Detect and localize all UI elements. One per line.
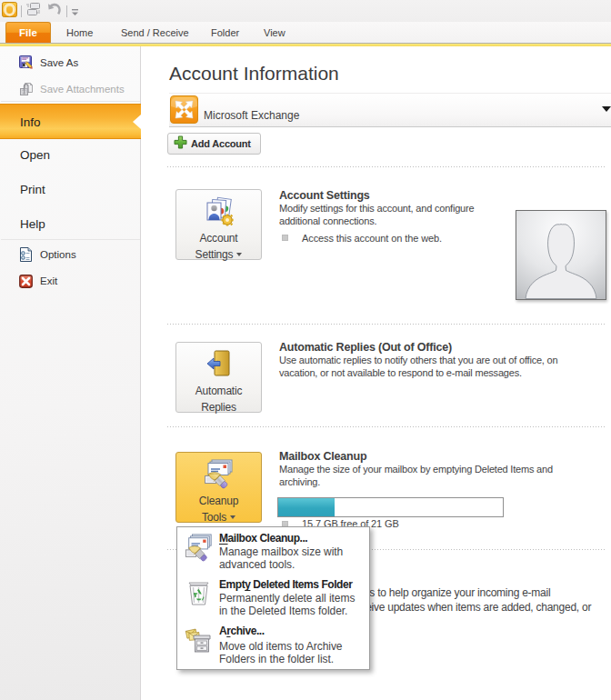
save-attachments-icon bbox=[19, 82, 34, 96]
section-separator bbox=[167, 166, 606, 167]
add-account-button[interactable]: Add Account bbox=[167, 133, 261, 155]
button-label: Account Settings bbox=[195, 232, 238, 261]
sidebar-item-label: Open bbox=[20, 148, 50, 162]
qat-separator bbox=[21, 5, 22, 17]
qat-separator-2 bbox=[66, 5, 67, 17]
exit-icon bbox=[19, 275, 33, 288]
cleanup-tools-button[interactable]: Cleanup Tools bbox=[175, 452, 262, 523]
automatic-replies-heading: Automatic Replies (Out of Office) bbox=[279, 341, 452, 354]
menu-item-mailbox-cleanup[interactable]: Mailbox Cleanup... Manage mailbox size w… bbox=[177, 532, 369, 578]
sidebar-item-open[interactable]: Open bbox=[0, 145, 141, 164]
chevron-down-icon[interactable] bbox=[602, 106, 611, 112]
dropdown-arrow-icon bbox=[230, 515, 235, 519]
sidebar-item-options[interactable]: Options bbox=[0, 245, 141, 265]
access-web-label: Access this account on the web. bbox=[302, 233, 442, 244]
account-selector-value: Microsoft Exchange bbox=[204, 109, 299, 122]
menu-item-title: Mailbox Cleanup... bbox=[219, 532, 366, 545]
tab-view[interactable]: View bbox=[264, 22, 285, 44]
sidebar-item-label: Exit bbox=[40, 275, 57, 286]
mailbox-quota-bar bbox=[277, 497, 504, 517]
sidebar-item-label: Info bbox=[20, 115, 41, 128]
title-bar bbox=[0, 0, 611, 22]
sidebar-item-label: Options bbox=[40, 249, 76, 260]
menu-item-empty-deleted-items[interactable]: Empty Deleted Items Folder Permanently d… bbox=[177, 578, 369, 625]
dropdown-arrow-icon bbox=[236, 253, 242, 256]
active-item-notch bbox=[133, 115, 141, 129]
save-as-icon bbox=[19, 55, 34, 70]
sidebar-separator bbox=[1, 101, 140, 102]
bullet-icon bbox=[282, 235, 288, 241]
menu-item-desc: Manage mailbox size with advanced tools. bbox=[219, 546, 366, 571]
backstage-sidebar: Save As Save Attachments Inf bbox=[0, 46, 141, 700]
button-label: Automatic Replies bbox=[195, 385, 243, 414]
mailbox-quota-fill bbox=[278, 498, 335, 516]
button-label: Cleanup Tools bbox=[199, 495, 238, 524]
tab-file[interactable]: File bbox=[5, 22, 51, 44]
sidebar-item-save-attachments: Save Attachments bbox=[0, 79, 141, 99]
mailbox-cleanup-heading: Mailbox Cleanup bbox=[279, 450, 366, 463]
options-icon bbox=[19, 247, 33, 262]
empty-deleted-items-icon bbox=[185, 579, 213, 611]
section-separator-3 bbox=[167, 426, 606, 427]
menu-item-title: Archive... bbox=[219, 625, 366, 638]
automatic-replies-desc: Use automatic replies to notify others t… bbox=[279, 354, 557, 379]
mailbox-cleanup-desc: Manage the size of your mailbox by empty… bbox=[279, 463, 553, 488]
outlook-backstage-window: File Home Send / Receive Folder View bbox=[0, 0, 611, 700]
undo-icon[interactable] bbox=[46, 3, 61, 19]
sidebar-item-label: Save Attachments bbox=[40, 84, 125, 95]
account-settings-heading: Account Settings bbox=[279, 189, 370, 202]
sidebar-separator-2 bbox=[1, 239, 140, 240]
tab-send-receive[interactable]: Send / Receive bbox=[121, 22, 189, 44]
tab-home[interactable]: Home bbox=[66, 22, 93, 44]
exchange-icon bbox=[170, 95, 198, 127]
add-plus-icon bbox=[174, 135, 187, 153]
automatic-replies-button[interactable]: Automatic Replies bbox=[175, 342, 262, 413]
outlook-logo-icon bbox=[2, 2, 17, 21]
sidebar-item-help[interactable]: Help bbox=[0, 215, 141, 233]
menu-item-desc: Permanently delete all items in the Dele… bbox=[219, 593, 366, 617]
account-settings-icon bbox=[204, 196, 235, 227]
send-receive-icon[interactable] bbox=[25, 2, 41, 20]
sidebar-item-info[interactable]: Info bbox=[0, 104, 141, 139]
sidebar-item-label: Help bbox=[20, 217, 45, 231]
sidebar-item-label: Save As bbox=[40, 57, 78, 68]
sidebar-item-label: Print bbox=[20, 183, 45, 196]
sidebar-item-exit[interactable]: Exit bbox=[0, 271, 141, 291]
quick-access-toolbar bbox=[0, 0, 79, 22]
menu-item-desc: Move old items to Archive Folders in the… bbox=[219, 641, 366, 665]
archive-icon bbox=[185, 626, 213, 658]
automatic-replies-icon bbox=[204, 349, 235, 380]
sidebar-item-print[interactable]: Print bbox=[0, 180, 141, 198]
backstage-view: Save As Save Attachments Inf bbox=[0, 46, 611, 700]
section-separator-2 bbox=[167, 324, 606, 325]
account-selector[interactable]: Microsoft Exchange bbox=[169, 93, 611, 127]
tab-folder[interactable]: Folder bbox=[211, 22, 239, 44]
customize-quick-access-icon[interactable] bbox=[71, 4, 79, 20]
sidebar-item-save-as[interactable]: Save As bbox=[0, 53, 141, 73]
mailbox-cleanup-icon bbox=[185, 534, 214, 566]
cleanup-tools-icon bbox=[204, 459, 235, 490]
backstage-content: Account Information bbox=[142, 46, 611, 700]
menu-item-title: Empty Deleted Items Folder bbox=[219, 578, 366, 592]
user-photo bbox=[516, 210, 606, 300]
add-account-label: Add Account bbox=[191, 138, 251, 149]
cleanup-tools-menu: Mailbox Cleanup... Manage mailbox size w… bbox=[176, 526, 370, 670]
page-title: Account Information bbox=[169, 63, 339, 85]
menu-item-archive[interactable]: Archive... Move old items to Archive Fol… bbox=[177, 625, 369, 671]
account-settings-button[interactable]: Account Settings bbox=[175, 189, 262, 260]
account-settings-desc: Modify settings for this account, and co… bbox=[279, 202, 474, 227]
